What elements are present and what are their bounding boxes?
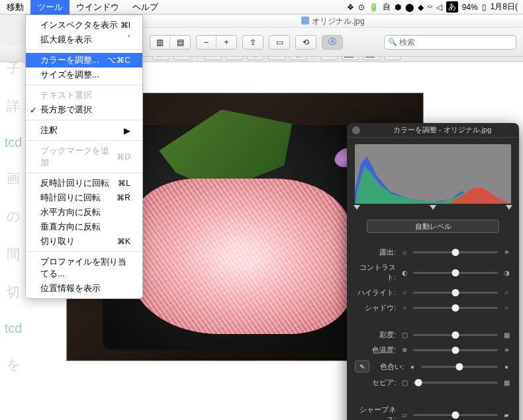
status-icon: ◆: [418, 3, 424, 12]
battery-percent: 94%: [462, 3, 478, 12]
window-titlebar: オリジナル.jpg: [143, 15, 523, 28]
menu-show-inspector[interactable]: インスペクタを表示⌘I: [26, 18, 142, 32]
menu-show-magnifier[interactable]: 拡大鏡を表示`: [26, 32, 142, 47]
highlights-slider[interactable]: ハイライト:○○: [355, 288, 511, 298]
battery-icon: 🔋: [369, 3, 379, 12]
menu-adjust-size[interactable]: サイズを調整...: [26, 67, 142, 82]
menu-annotate[interactable]: 注釈▶: [26, 123, 142, 138]
menu-adjust-color[interactable]: カラーを調整...⌥⌘C: [26, 53, 142, 67]
sun-icon: ☀: [502, 347, 511, 354]
file-icon: [301, 17, 309, 24]
status-icon: 自: [383, 1, 391, 13]
menu-rotate-cw[interactable]: 時計回りに回転⌘R: [26, 190, 142, 205]
menu-tools[interactable]: ツール: [30, 0, 70, 15]
sharpness-slider[interactable]: シャープネス:▱▰: [355, 405, 511, 420]
snow-icon: ❄: [400, 347, 409, 354]
tools-dropdown: インスペクタを表示⌘I 拡大鏡を表示` カラーを調整...⌥⌘C サイズを調整.…: [25, 15, 143, 299]
zoom-out-button[interactable]: −: [197, 36, 216, 49]
menubar-status: ❖ ⊙ 🔋 自 ⬢ ⬤ ◆ ⌔ ◁ あ 94% ▯ 1月8日(: [347, 1, 523, 13]
check-icon: ✓: [30, 105, 37, 115]
adjust-color-panel: カラーを調整 - オリジナル.jpg 自動レベル 露出:☼☀ コントラスト:◐◑…: [347, 123, 519, 420]
share-icon[interactable]: ⇪: [243, 36, 263, 49]
menu-help[interactable]: ヘルプ: [126, 0, 165, 15]
status-icon: ⬤: [405, 3, 414, 12]
square-icon: ▦: [502, 331, 511, 339]
menu-assign-profile[interactable]: プロファイルを割り当てる...: [26, 255, 142, 281]
menu-rotate-ccw[interactable]: 反時計回りに回転⌘L: [26, 176, 142, 190]
search-field[interactable]: 🔍: [384, 35, 516, 50]
square-icon: ▢: [400, 331, 409, 339]
dot-icon: ●: [502, 363, 511, 370]
ime-icon: あ: [446, 1, 458, 13]
shadows-slider[interactable]: シャドウ:○○: [355, 303, 511, 313]
contrast-slider[interactable]: コントラスト:◐◑: [355, 263, 511, 282]
dot-icon: ●: [408, 363, 417, 370]
menu-flip-v[interactable]: 垂直方向に反転: [26, 220, 142, 234]
window-title: オリジナル.jpg: [312, 17, 364, 26]
toolbar: ▥ ▤ − ＋ ⇪ ▭ ⟲ Ⓐ 🔍: [143, 28, 523, 57]
menu-go[interactable]: 移動: [0, 0, 30, 15]
saturation-slider[interactable]: 彩度:▢▦: [355, 330, 511, 340]
rotate-icon[interactable]: ⟲: [296, 36, 316, 49]
menu-flip-h[interactable]: 水平方向に反転: [26, 205, 142, 220]
tint-slider[interactable]: ✎色合い:●●: [355, 360, 511, 372]
volume-icon: ◁: [436, 3, 442, 12]
zoom-in-button[interactable]: ＋: [216, 36, 236, 49]
date: 1月8日(: [491, 1, 518, 13]
auto-levels-button[interactable]: 自動レベル: [367, 220, 499, 233]
histogram-handles[interactable]: [347, 205, 519, 213]
histogram[interactable]: [355, 144, 511, 204]
view-thumbnails-button[interactable]: ▥: [150, 36, 170, 49]
view-list-button[interactable]: ▤: [170, 36, 190, 49]
square-icon: ▦: [502, 379, 511, 386]
menu-show-location[interactable]: 位置情報を表示: [26, 281, 142, 296]
status-icon: ❖: [347, 3, 354, 12]
circle-icon: ○: [400, 289, 409, 296]
markup-icon[interactable]: Ⓐ: [322, 36, 342, 49]
contrast-high-icon: ◑: [502, 269, 511, 276]
search-icon: 🔍: [388, 38, 397, 46]
circle-icon: ○: [502, 289, 511, 296]
highlight-icon[interactable]: ▭: [269, 36, 289, 49]
menu-window[interactable]: ウインドウ: [70, 0, 126, 15]
sharp-icon: ▰: [502, 411, 511, 419]
search-input[interactable]: [384, 35, 516, 50]
menu-add-bookmark: ブックマークを追加⌘D: [26, 144, 142, 170]
temperature-slider[interactable]: 色温度:❄☀: [355, 345, 511, 355]
eyedropper-button[interactable]: ✎: [355, 360, 369, 372]
action-button[interactable]: ⇪: [242, 35, 263, 50]
panel-title: カラーを調整 - オリジナル.jpg: [365, 125, 519, 135]
blur-icon: ▱: [400, 411, 409, 419]
markup-button[interactable]: Ⓐ: [322, 35, 343, 50]
exposure-slider[interactable]: 露出:☼☀: [355, 247, 511, 257]
menu-crop[interactable]: 切り取り⌘K: [26, 234, 142, 249]
menu-rect-selection[interactable]: ✓長方形で選択: [26, 103, 142, 117]
background-text: 子詳tcd画の問切tcdを: [0, 40, 26, 420]
menu-text-selection: テキスト選択: [26, 88, 142, 103]
circle-icon: ○: [502, 304, 511, 312]
sepia-slider[interactable]: セピア:▢▦: [355, 378, 511, 388]
highlight-button[interactable]: ▭: [269, 35, 290, 50]
circle-icon: ○: [400, 304, 409, 312]
rotate-button[interactable]: ⟲: [295, 35, 316, 50]
sun-dim-icon: ☼: [400, 249, 409, 256]
sun-bright-icon: ☀: [502, 249, 511, 256]
menubar: 移動 ツール ウインドウ ヘルプ ❖ ⊙ 🔋 自 ⬢ ⬤ ◆ ⌔ ◁ あ 94%…: [0, 0, 523, 15]
wifi-icon: ⌔: [428, 3, 432, 12]
square-icon: ▢: [400, 379, 409, 386]
dropbox-icon: ⬢: [395, 3, 401, 12]
zoom-segmented[interactable]: − ＋: [196, 35, 237, 50]
status-icon: ⊙: [358, 3, 365, 12]
view-segmented[interactable]: ▥ ▤: [150, 35, 191, 50]
battery-icon: ▯: [482, 3, 487, 12]
contrast-low-icon: ◐: [400, 269, 409, 276]
chevron-right-icon: ▶: [124, 126, 130, 136]
close-icon[interactable]: [352, 126, 360, 134]
